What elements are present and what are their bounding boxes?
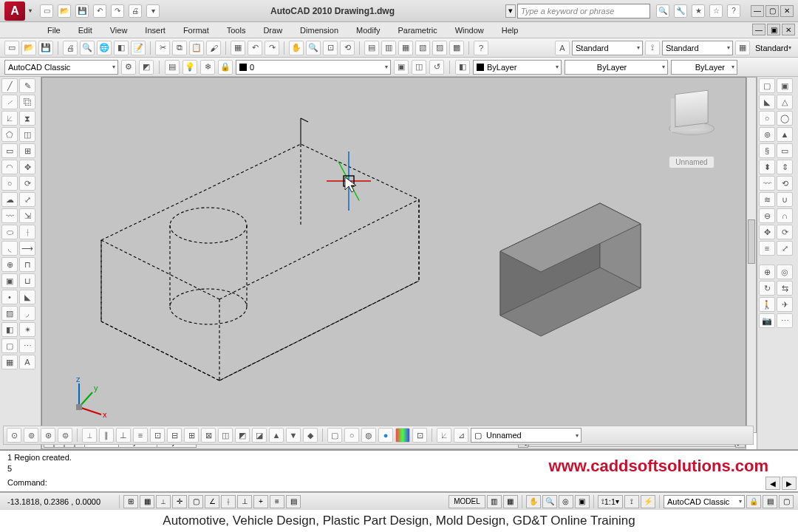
redo-icon[interactable]: ↷ — [111, 4, 124, 18]
ellipse-icon[interactable]: ⬭ — [1, 225, 18, 239]
c2-icon[interactable]: ⊚ — [24, 428, 38, 443]
ssm-icon[interactable]: ▧ — [415, 41, 430, 55]
c17-icon[interactable]: ▼ — [286, 428, 301, 443]
osnap-icon[interactable]: ▢ — [188, 495, 203, 508]
menu-edit[interactable]: Edit — [71, 24, 100, 36]
dimstyle-combo[interactable]: Standard — [662, 41, 733, 55]
layer-on-icon[interactable]: 💡 — [183, 60, 197, 75]
c8-icon[interactable]: ≡ — [133, 428, 148, 443]
maximize-button[interactable]: ▢ — [765, 5, 779, 17]
revolve-icon[interactable]: ⟲ — [777, 176, 793, 191]
c10-icon[interactable]: ⊟ — [167, 428, 182, 443]
spline-icon[interactable]: 〰 — [1, 208, 18, 223]
xline-icon[interactable]: ⟋ — [1, 95, 18, 109]
join-icon[interactable]: ⊔ — [19, 273, 35, 288]
v7-icon[interactable]: ⟀ — [437, 428, 451, 443]
box-icon[interactable]: ▢ — [759, 78, 775, 93]
c4-icon[interactable]: ⊜ — [58, 428, 72, 443]
showmotion-icon[interactable]: ▣ — [575, 495, 590, 508]
open-icon[interactable]: 📂 — [58, 4, 71, 18]
copy-icon[interactable]: ⧉ — [172, 41, 187, 55]
rotate-icon[interactable]: ⟳ — [19, 176, 35, 191]
block2-icon[interactable]: ▣ — [1, 273, 18, 288]
c6-icon[interactable]: ∥ — [99, 428, 114, 443]
model-space-button[interactable]: MODEL — [449, 495, 485, 508]
doc-close-button[interactable]: ✕ — [782, 24, 795, 35]
revcloud-icon[interactable]: ☁ — [1, 192, 18, 207]
favorites-icon[interactable]: ☆ — [709, 4, 723, 18]
c14-icon[interactable]: ◩ — [235, 428, 250, 443]
hw-accel-icon[interactable]: ▤ — [763, 495, 777, 508]
ws-save-icon[interactable]: ◩ — [139, 60, 154, 75]
menu-format[interactable]: Format — [176, 24, 216, 36]
move-icon[interactable]: ✥ — [19, 160, 35, 174]
tablestyle-icon[interactable]: ▦ — [735, 41, 750, 55]
orbit2-icon[interactable]: ◎ — [777, 265, 793, 279]
c13-icon[interactable]: ◫ — [218, 428, 233, 443]
sheet-icon[interactable]: 📝 — [131, 41, 146, 55]
lwt-icon[interactable]: ≡ — [270, 495, 284, 508]
polygon-icon[interactable]: ⬠ — [1, 127, 18, 142]
mtext-icon[interactable]: A — [19, 355, 35, 369]
erase-icon[interactable]: ✎ — [19, 78, 35, 93]
menu-dimension[interactable]: Dimension — [293, 24, 346, 36]
c11-icon[interactable]: ⊞ — [184, 428, 199, 443]
gradient-icon[interactable]: ◧ — [1, 322, 18, 337]
new-icon[interactable]: ▭ — [40, 4, 53, 18]
layer-iso-icon[interactable]: ◫ — [412, 60, 426, 75]
cut-icon[interactable]: ✂ — [155, 41, 170, 55]
pline-icon[interactable]: ⟀ — [1, 111, 18, 126]
annovis-icon[interactable]: ⟟ — [624, 495, 639, 508]
helix-icon[interactable]: § — [759, 143, 775, 158]
preview-icon[interactable]: 🔍 — [80, 41, 95, 55]
wedge-icon[interactable]: ◣ — [759, 95, 775, 109]
comm-center-icon[interactable]: 🔧 — [674, 4, 687, 18]
ws-lock-icon[interactable]: 🔒 — [746, 495, 761, 508]
dc-icon[interactable]: ▥ — [381, 41, 396, 55]
v5-icon[interactable] — [395, 428, 410, 443]
tp-icon[interactable]: ▦ — [398, 41, 413, 55]
menu-file[interactable]: File — [40, 24, 68, 36]
union-icon[interactable]: ∪ — [777, 192, 793, 207]
menu-modify[interactable]: Modify — [349, 24, 387, 36]
array-icon[interactable]: ⊞ — [19, 143, 35, 158]
tablestyle-combo[interactable]: Standard — [752, 41, 794, 55]
walk-icon[interactable]: 🚶 — [759, 297, 775, 312]
print-icon[interactable]: 🖨 — [129, 4, 142, 18]
pyramid-icon[interactable]: ▲ — [777, 127, 793, 142]
match-icon[interactable]: 🖌 — [206, 41, 221, 55]
3drotate-icon[interactable]: ⟳ — [777, 225, 793, 239]
layer-lock-icon[interactable]: 🔒 — [218, 60, 233, 75]
ortho-icon[interactable]: ⟂ — [156, 495, 171, 508]
menu-parametric[interactable]: Parametric — [390, 24, 444, 36]
offset-icon[interactable]: ◫ — [19, 127, 35, 142]
c12-icon[interactable]: ⊠ — [201, 428, 216, 443]
c3-icon[interactable]: ⊛ — [41, 428, 55, 443]
sphere-icon[interactable]: ○ — [759, 111, 775, 126]
polysolid-icon[interactable]: ▣ — [777, 78, 793, 93]
stretch-icon[interactable]: ⇲ — [19, 208, 35, 223]
copy3-icon[interactable]: ⿻ — [19, 95, 35, 109]
v6-icon[interactable]: ⊡ — [412, 428, 427, 443]
c15-icon[interactable]: ◪ — [252, 428, 267, 443]
layer-combo[interactable]: 0 — [236, 60, 391, 75]
point-icon[interactable]: • — [1, 290, 18, 304]
zoom-rt-icon[interactable]: 🔍 — [306, 41, 321, 55]
viewcube-view-label[interactable]: Unnamed — [669, 156, 714, 168]
ellarc-icon[interactable]: ◟ — [1, 241, 18, 256]
save2-icon[interactable]: 💾 — [38, 41, 53, 55]
undo-icon[interactable]: ↶ — [93, 4, 106, 18]
c16-icon[interactable]: ▲ — [269, 428, 284, 443]
scale-icon[interactable]: ⤢ — [19, 192, 35, 207]
snap-icon[interactable]: ⊞ — [123, 495, 138, 508]
layer-freeze-icon[interactable]: ❄ — [200, 60, 215, 75]
app-menu-button[interactable]: A — [4, 1, 25, 21]
publish-icon[interactable]: 🌐 — [97, 41, 112, 55]
color-icon[interactable]: ◧ — [455, 60, 470, 75]
search-dropdown-icon[interactable]: ▾ — [505, 4, 516, 18]
c9-icon[interactable]: ⊡ — [150, 428, 165, 443]
textstyle-combo[interactable]: Standard — [572, 41, 643, 55]
dimstyle-icon[interactable]: ⟟ — [645, 41, 660, 55]
doc-minimize-button[interactable]: — — [752, 24, 765, 35]
break-icon[interactable]: ⊓ — [19, 257, 35, 272]
